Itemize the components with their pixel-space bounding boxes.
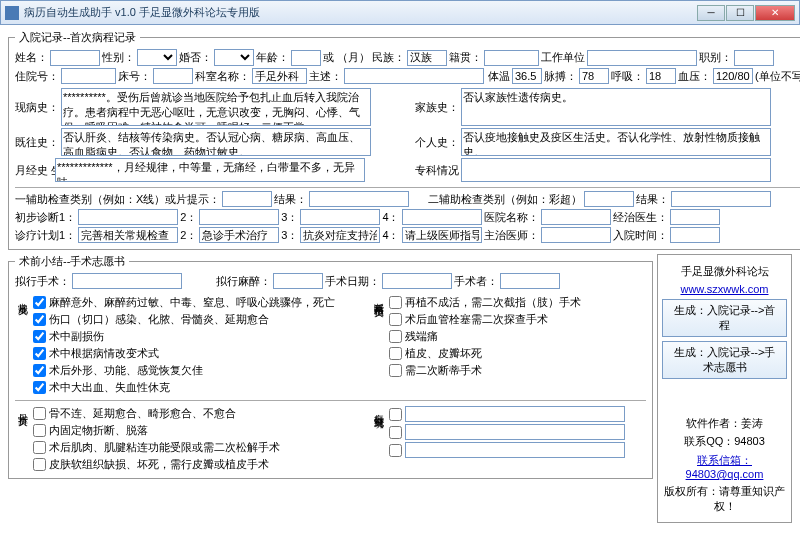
temp-label: 体温 xyxy=(488,69,510,84)
chief-label: 主述： xyxy=(309,69,342,84)
aux2-input[interactable] xyxy=(584,191,634,207)
nation-input[interactable] xyxy=(407,50,447,66)
replant-check-1[interactable] xyxy=(389,313,402,326)
diag1-input[interactable] xyxy=(78,209,178,225)
routine-check-4[interactable] xyxy=(33,364,46,377)
bed-input[interactable] xyxy=(153,68,193,84)
marry-select[interactable] xyxy=(214,49,254,66)
attend-input[interactable] xyxy=(541,227,611,243)
diag4-input[interactable] xyxy=(402,209,482,225)
fracture-check-0[interactable] xyxy=(33,407,46,420)
generate-consent-button[interactable]: 生成：入院记录-->手术志愿书 xyxy=(662,341,787,379)
p4-label: 4： xyxy=(382,228,399,243)
plan-op-label: 拟行手术： xyxy=(15,274,70,289)
age-unit-label: 或 （月） xyxy=(323,50,370,65)
fracture-label-2: 术后肌肉、肌腱粘连功能受限或需二次松解手术 xyxy=(49,440,280,455)
window-titlebar: 病历自动生成助手 v1.0 手足显微外科论坛专用版 ─ ☐ ✕ xyxy=(0,0,800,25)
result2-input[interactable] xyxy=(671,191,771,207)
custom-text-2[interactable] xyxy=(405,424,625,440)
work-input[interactable] xyxy=(587,50,697,66)
surgeon-label: 手术者： xyxy=(454,274,498,289)
close-button[interactable]: ✕ xyxy=(755,5,795,21)
diag3-input[interactable] xyxy=(300,209,380,225)
replant-check-4[interactable] xyxy=(389,364,402,377)
admission-legend: 入院记录--首次病程记录 xyxy=(15,30,140,45)
plan2-input[interactable] xyxy=(199,227,279,243)
dept-input[interactable] xyxy=(252,68,307,84)
age-label: 年龄： xyxy=(256,50,289,65)
fracture-label-0: 骨不连、延期愈合、畸形愈合、不愈合 xyxy=(49,406,236,421)
aux1-label: 一辅助检查类别（例如：X线）或片提示： xyxy=(15,192,220,207)
intime-input[interactable] xyxy=(670,227,720,243)
routine-check-0[interactable] xyxy=(33,296,46,309)
job-input[interactable] xyxy=(734,50,774,66)
forum-link[interactable]: www.szxwwk.com xyxy=(661,283,788,295)
custom-check-1[interactable] xyxy=(389,408,402,421)
custom-check-3[interactable] xyxy=(389,444,402,457)
menses-textarea[interactable] xyxy=(55,158,365,182)
plan4-input[interactable] xyxy=(402,227,482,243)
routine-check-1[interactable] xyxy=(33,313,46,326)
bp-label: 血压： xyxy=(678,69,711,84)
hosp-input[interactable] xyxy=(541,209,611,225)
sex-label: 性别： xyxy=(102,50,135,65)
routine-label-5: 术中大出血、失血性休克 xyxy=(49,380,170,395)
p3-label: 3： xyxy=(281,228,298,243)
native-input[interactable] xyxy=(484,50,539,66)
past-textarea[interactable] xyxy=(61,128,371,156)
replant-check-3[interactable] xyxy=(389,347,402,360)
special-label: 专科情况 xyxy=(415,163,459,178)
fracture-check-2[interactable] xyxy=(33,441,46,454)
name-input[interactable] xyxy=(50,50,100,66)
inno-input[interactable] xyxy=(61,68,116,84)
breath-input[interactable] xyxy=(646,68,676,84)
bp-input[interactable] xyxy=(713,68,753,84)
fracture-check-3[interactable] xyxy=(33,458,46,471)
mail-link[interactable]: 联系信箱：94803@qq.com xyxy=(661,453,788,480)
now-label: 现病史： xyxy=(15,100,59,115)
op-date-input[interactable] xyxy=(382,273,452,289)
intime-label: 入院时间： xyxy=(613,228,668,243)
past-label: 既往史： xyxy=(15,135,59,150)
result1-input[interactable] xyxy=(309,191,409,207)
doctor-input[interactable] xyxy=(670,209,720,225)
replant-check-0[interactable] xyxy=(389,296,402,309)
personal-textarea[interactable] xyxy=(461,128,771,156)
routine-check-3[interactable] xyxy=(33,347,46,360)
chief-input[interactable] xyxy=(344,68,484,84)
routine-label-3: 术中根据病情改变术式 xyxy=(49,346,159,361)
pulse-input[interactable] xyxy=(579,68,609,84)
d4-label: 4： xyxy=(382,210,399,225)
custom-check-2[interactable] xyxy=(389,426,402,439)
age-input[interactable] xyxy=(291,50,321,66)
hosp-label: 医院名称： xyxy=(484,210,539,225)
menses-label: 月经史 生育史 xyxy=(15,163,53,178)
generate-admission-button[interactable]: 生成：入院记录-->首程 xyxy=(662,299,787,337)
minimize-button[interactable]: ─ xyxy=(697,5,725,21)
maximize-button[interactable]: ☐ xyxy=(726,5,754,21)
sex-select[interactable] xyxy=(137,49,177,66)
plan3-input[interactable] xyxy=(300,227,380,243)
pulse-label: 脉搏： xyxy=(544,69,577,84)
family-textarea[interactable] xyxy=(461,88,771,126)
diag2-input[interactable] xyxy=(199,209,279,225)
custom-text-3[interactable] xyxy=(405,442,625,458)
fracture-label-1: 内固定物折断、脱落 xyxy=(49,423,148,438)
routine-check-5[interactable] xyxy=(33,381,46,394)
breath-label: 呼吸： xyxy=(611,69,644,84)
routine-check-2[interactable] xyxy=(33,330,46,343)
temp-input[interactable] xyxy=(512,68,542,84)
special-textarea[interactable] xyxy=(461,158,771,182)
fracture-check-1[interactable] xyxy=(33,424,46,437)
plan1-input[interactable] xyxy=(78,227,178,243)
custom-text-1[interactable] xyxy=(405,406,625,422)
plan-op-input[interactable] xyxy=(72,273,182,289)
replant-check-2[interactable] xyxy=(389,330,402,343)
now-textarea[interactable] xyxy=(61,88,371,126)
plan-anes-input[interactable] xyxy=(273,273,323,289)
surgeon-input[interactable] xyxy=(500,273,560,289)
qq-text: 联系QQ：94803 xyxy=(661,434,788,449)
fracture-label-3: 皮肤软组织缺损、坏死，需行皮瓣或植皮手术 xyxy=(49,457,269,472)
aux1-input[interactable] xyxy=(222,191,272,207)
author-text: 软件作者：姜涛 xyxy=(661,416,788,431)
